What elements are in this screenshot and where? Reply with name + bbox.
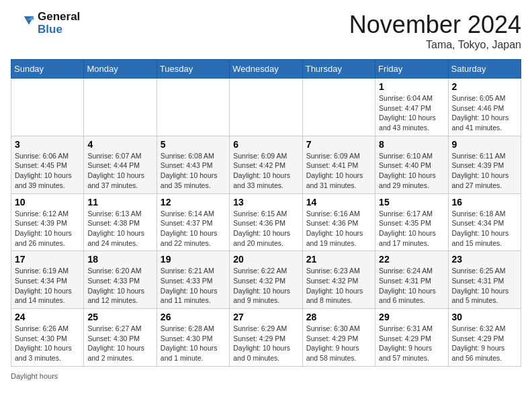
legend: Daylight hours [11, 372, 521, 380]
calendar-cell: 17Sunrise: 6:19 AM Sunset: 4:34 PM Dayli… [11, 251, 84, 309]
legend-item: Daylight hours [11, 372, 58, 380]
weekday-header-saturday: Saturday [448, 60, 521, 79]
week-row-1: 3Sunrise: 6:06 AM Sunset: 4:45 PM Daylig… [11, 136, 521, 193]
day-info: Sunrise: 6:11 AM Sunset: 4:39 PM Dayligh… [452, 151, 517, 191]
day-info: Sunrise: 6:17 AM Sunset: 4:35 PM Dayligh… [379, 209, 444, 248]
day-number: 11 [87, 197, 152, 208]
calendar-cell [302, 79, 375, 136]
day-number: 29 [379, 312, 444, 322]
day-info: Sunrise: 6:09 AM Sunset: 4:42 PM Dayligh… [233, 151, 298, 191]
day-info: Sunrise: 6:32 AM Sunset: 4:29 PM Dayligh… [452, 324, 517, 363]
day-number: 22 [379, 254, 444, 265]
day-number: 9 [452, 139, 517, 150]
calendar-cell: 20Sunrise: 6:22 AM Sunset: 4:32 PM Dayli… [230, 251, 302, 309]
day-number: 4 [87, 139, 152, 150]
calendar-cell [230, 79, 302, 136]
calendar-table: SundayMondayTuesdayWednesdayThursdayFrid… [11, 59, 521, 367]
calendar-cell: 10Sunrise: 6:12 AM Sunset: 4:39 PM Dayli… [11, 193, 84, 251]
day-number: 15 [379, 197, 444, 208]
day-number: 5 [161, 139, 226, 150]
weekday-header-wednesday: Wednesday [230, 60, 302, 79]
day-number: 20 [233, 254, 298, 265]
calendar-cell: 2Sunrise: 6:05 AM Sunset: 4:46 PM Daylig… [448, 79, 521, 136]
day-number: 13 [233, 197, 298, 208]
day-number: 21 [306, 254, 371, 265]
calendar-cell: 21Sunrise: 6:23 AM Sunset: 4:32 PM Dayli… [302, 251, 375, 309]
calendar-cell: 5Sunrise: 6:08 AM Sunset: 4:43 PM Daylig… [157, 136, 229, 193]
calendar-cell: 25Sunrise: 6:27 AM Sunset: 4:30 PM Dayli… [84, 309, 157, 367]
location-title: Tama, Tokyo, Japan [349, 39, 521, 51]
day-info: Sunrise: 6:15 AM Sunset: 4:36 PM Dayligh… [233, 209, 298, 248]
day-info: Sunrise: 6:12 AM Sunset: 4:39 PM Dayligh… [15, 209, 80, 248]
week-row-2: 10Sunrise: 6:12 AM Sunset: 4:39 PM Dayli… [11, 193, 521, 251]
title-section: November 2024 Tama, Tokyo, Japan [349, 11, 521, 51]
day-number: 8 [379, 139, 444, 150]
day-info: Sunrise: 6:30 AM Sunset: 4:29 PM Dayligh… [306, 324, 371, 363]
calendar-cell: 15Sunrise: 6:17 AM Sunset: 4:35 PM Dayli… [375, 193, 448, 251]
header: General Blue November 2024 Tama, Tokyo, … [11, 11, 521, 51]
calendar-cell: 14Sunrise: 6:16 AM Sunset: 4:36 PM Dayli… [302, 193, 375, 251]
day-info: Sunrise: 6:31 AM Sunset: 4:29 PM Dayligh… [379, 324, 444, 363]
calendar-cell: 27Sunrise: 6:29 AM Sunset: 4:29 PM Dayli… [230, 309, 302, 367]
calendar-cell: 1Sunrise: 6:04 AM Sunset: 4:47 PM Daylig… [375, 79, 448, 136]
day-number: 7 [306, 139, 371, 150]
day-info: Sunrise: 6:20 AM Sunset: 4:33 PM Dayligh… [87, 266, 152, 306]
day-info: Sunrise: 6:29 AM Sunset: 4:29 PM Dayligh… [233, 324, 298, 363]
day-number: 3 [15, 139, 80, 150]
month-title: November 2024 [349, 11, 521, 39]
day-number: 25 [87, 312, 152, 322]
calendar-cell: 19Sunrise: 6:21 AM Sunset: 4:33 PM Dayli… [157, 251, 229, 309]
logo-icon [11, 11, 35, 36]
day-info: Sunrise: 6:26 AM Sunset: 4:30 PM Dayligh… [15, 324, 80, 363]
day-number: 24 [15, 312, 80, 322]
day-number: 1 [379, 81, 444, 92]
calendar-cell: 4Sunrise: 6:07 AM Sunset: 4:44 PM Daylig… [84, 136, 157, 193]
day-info: Sunrise: 6:28 AM Sunset: 4:30 PM Dayligh… [161, 324, 226, 363]
calendar-cell: 3Sunrise: 6:06 AM Sunset: 4:45 PM Daylig… [11, 136, 84, 193]
day-info: Sunrise: 6:25 AM Sunset: 4:31 PM Dayligh… [452, 266, 517, 306]
day-info: Sunrise: 6:06 AM Sunset: 4:45 PM Dayligh… [15, 151, 80, 191]
week-row-4: 24Sunrise: 6:26 AM Sunset: 4:30 PM Dayli… [11, 309, 521, 367]
calendar-cell: 8Sunrise: 6:10 AM Sunset: 4:40 PM Daylig… [375, 136, 448, 193]
day-number: 28 [306, 312, 371, 322]
day-number: 14 [306, 197, 371, 208]
day-info: Sunrise: 6:04 AM Sunset: 4:47 PM Dayligh… [379, 93, 444, 133]
day-info: Sunrise: 6:10 AM Sunset: 4:40 PM Dayligh… [379, 151, 444, 191]
day-number: 30 [452, 312, 517, 322]
svg-rect-0 [11, 11, 35, 36]
calendar-cell [11, 79, 84, 136]
day-info: Sunrise: 6:09 AM Sunset: 4:41 PM Dayligh… [306, 151, 371, 191]
day-info: Sunrise: 6:24 AM Sunset: 4:31 PM Dayligh… [379, 266, 444, 306]
calendar-cell: 24Sunrise: 6:26 AM Sunset: 4:30 PM Dayli… [11, 309, 84, 367]
day-info: Sunrise: 6:08 AM Sunset: 4:43 PM Dayligh… [161, 151, 226, 191]
weekday-header-thursday: Thursday [302, 60, 375, 79]
day-info: Sunrise: 6:18 AM Sunset: 4:34 PM Dayligh… [452, 209, 517, 248]
day-number: 6 [233, 139, 298, 150]
calendar-cell: 29Sunrise: 6:31 AM Sunset: 4:29 PM Dayli… [375, 309, 448, 367]
week-row-3: 17Sunrise: 6:19 AM Sunset: 4:34 PM Dayli… [11, 251, 521, 309]
calendar-cell: 7Sunrise: 6:09 AM Sunset: 4:41 PM Daylig… [302, 136, 375, 193]
day-info: Sunrise: 6:27 AM Sunset: 4:30 PM Dayligh… [87, 324, 152, 363]
day-info: Sunrise: 6:13 AM Sunset: 4:38 PM Dayligh… [87, 209, 152, 248]
day-info: Sunrise: 6:05 AM Sunset: 4:46 PM Dayligh… [452, 93, 517, 133]
weekday-header-monday: Monday [84, 60, 157, 79]
day-number: 17 [15, 254, 80, 265]
calendar-cell: 23Sunrise: 6:25 AM Sunset: 4:31 PM Dayli… [448, 251, 521, 309]
calendar-cell: 9Sunrise: 6:11 AM Sunset: 4:39 PM Daylig… [448, 136, 521, 193]
daylight-label: Daylight hours [11, 372, 58, 380]
calendar-cell [84, 79, 157, 136]
day-info: Sunrise: 6:14 AM Sunset: 4:37 PM Dayligh… [161, 209, 226, 248]
day-number: 26 [161, 312, 226, 322]
calendar-cell: 26Sunrise: 6:28 AM Sunset: 4:30 PM Dayli… [157, 309, 229, 367]
calendar-cell: 6Sunrise: 6:09 AM Sunset: 4:42 PM Daylig… [230, 136, 302, 193]
day-number: 27 [233, 312, 298, 322]
calendar-cell: 13Sunrise: 6:15 AM Sunset: 4:36 PM Dayli… [230, 193, 302, 251]
calendar-cell: 30Sunrise: 6:32 AM Sunset: 4:29 PM Dayli… [448, 309, 521, 367]
week-row-0: 1Sunrise: 6:04 AM Sunset: 4:47 PM Daylig… [11, 79, 521, 136]
logo: General Blue [11, 11, 80, 36]
day-info: Sunrise: 6:19 AM Sunset: 4:34 PM Dayligh… [15, 266, 80, 306]
day-number: 23 [452, 254, 517, 265]
day-number: 18 [87, 254, 152, 265]
weekday-header-row: SundayMondayTuesdayWednesdayThursdayFrid… [11, 60, 521, 79]
logo-text: General Blue [38, 11, 80, 36]
